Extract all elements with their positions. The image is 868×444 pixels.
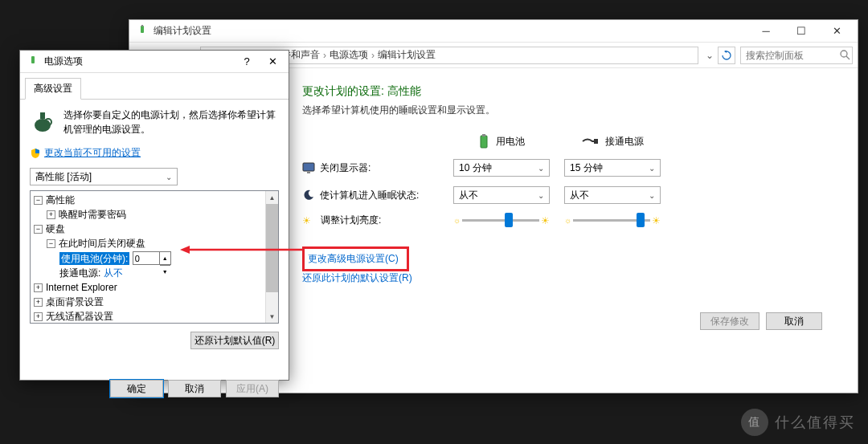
brightness-plugged-slider[interactable]: ☼ ☀ [564,215,661,226]
dialog-close-button[interactable]: ✕ [260,51,285,72]
display-off-plugged-select[interactable]: 15 分钟⌄ [564,159,661,177]
advanced-settings-highlight: 更改高级电源设置(C) [302,246,409,271]
tree-node-plugged[interactable]: 接通电源: 从不 [59,267,123,279]
tree-collapse-icon[interactable]: − [34,196,43,205]
svg-point-3 [841,51,847,57]
sun-icon: ☀ [302,215,311,226]
svg-rect-1 [141,25,143,26]
tree-node-hdd[interactable]: 硬盘 [46,222,65,235]
search-input[interactable] [740,47,853,64]
advanced-settings-link[interactable]: 更改高级电源设置(C) [308,252,399,266]
dialog-cancel-button[interactable]: 取消 [168,380,221,397]
help-button[interactable]: ? [234,51,260,72]
svg-rect-8 [303,163,314,171]
tree-collapse-icon[interactable]: − [47,239,55,248]
cancel-button[interactable]: 取消 [766,312,822,330]
moon-icon [302,189,315,202]
svg-rect-6 [482,134,485,136]
svg-rect-0 [141,26,144,33]
minutes-spinner[interactable]: ▲▼ [160,251,171,265]
address-dropdown[interactable]: ⌄ [703,50,716,61]
sun-small-icon: ☼ [453,216,461,225]
tree-node-hdd-off[interactable]: 在此时间后关闭硬盘 [59,237,145,250]
sleep-battery-select[interactable]: 从不⌄ [453,186,550,204]
tree-node-plan[interactable]: 高性能 [46,193,75,206]
tree-expand-icon[interactable]: + [34,298,43,307]
breadcrumb-item[interactable]: 编辑计划设置 [375,48,439,62]
plan-select[interactable]: 高性能 [活动]⌄ [30,168,178,185]
window-title: 编辑计划设置 [154,24,748,38]
close-button[interactable]: ✕ [819,20,854,43]
restore-defaults-link[interactable]: 还原此计划的默认设置(R) [302,271,412,285]
shield-icon [30,148,41,159]
sun-large-icon: ☀ [652,215,661,226]
refresh-button[interactable] [718,47,735,64]
page-title: 更改计划的设置: 高性能 [302,84,841,99]
watermark-logo: 值 [741,409,768,436]
save-button[interactable]: 保存修改 [700,312,760,330]
tree-expand-icon[interactable]: + [34,283,43,292]
tree-scrollbar[interactable]: ▲ ▼ [265,191,278,323]
tree-node-ie[interactable]: Internet Explorer [46,281,117,294]
restore-plan-defaults-button[interactable]: 还原计划默认值(R) [190,332,279,349]
dialog-titlebar: 电源选项 ? ✕ [20,51,289,73]
column-header-plugged: 接通电源 [564,135,661,149]
tab-advanced[interactable]: 高级设置 [25,78,81,100]
titlebar: 编辑计划设置 ─ ☐ ✕ [129,20,858,43]
tree-node-wireless[interactable]: 无线适配器设置 [46,310,113,323]
watermark: 值 什么值得买 [741,409,855,436]
brightness-battery-slider[interactable]: ☼ ☀ [453,215,550,226]
svg-rect-9 [307,172,310,173]
tree-node-battery-minutes[interactable]: 使用电池(分钟): [59,252,129,265]
svg-line-4 [846,56,850,59]
tree-collapse-icon[interactable]: − [34,225,43,234]
power-options-dialog: 电源选项 ? ✕ 高级设置 选择你要自定义的电源计划，然后选择你希望计算机管理的… [19,50,289,381]
page-subtitle: 选择希望计算机使用的睡眠设置和显示设置。 [302,104,841,117]
power-plan-icon [136,25,149,38]
tree-expand-icon[interactable]: + [47,210,55,219]
ok-button[interactable]: 确定 [110,380,163,397]
scroll-down-icon[interactable]: ▼ [266,310,278,323]
sun-small-icon: ☼ [564,216,571,225]
row-brightness: ☀ 调整计划亮度: [302,214,439,227]
row-display-off: 关闭显示器: [302,161,439,175]
svg-rect-5 [481,136,487,148]
spin-up-icon[interactable]: ▲ [160,252,170,266]
battery-icon [478,133,489,149]
battery-minutes-input[interactable] [133,251,160,265]
breadcrumb-item[interactable]: 电源选项 [326,48,371,62]
settings-tree[interactable]: −高性能 +唤醒时需要密码 −硬盘 −在此时间后关闭硬盘 使用电池(分钟): ▲… [30,190,279,324]
svg-rect-7 [594,139,598,144]
tab-strip: 高级设置 [20,73,289,100]
apply-button[interactable]: 应用(A) [226,380,279,397]
scrollbar-thumb[interactable] [266,204,278,292]
search-icon [839,49,850,63]
row-sleep: 使计算机进入睡眠状态: [302,189,439,202]
change-unavailable-link[interactable]: 更改当前不可用的设置 [44,146,141,160]
tree-node-wake-password[interactable]: 唤醒时需要密码 [59,208,126,221]
refresh-icon [722,51,731,60]
sleep-plugged-select[interactable]: 从不⌄ [564,186,661,204]
tree-node-desktop-bg[interactable]: 桌面背景设置 [46,295,104,308]
svg-rect-10 [31,56,35,63]
svg-rect-12 [40,112,45,119]
dialog-title: 电源选项 [44,55,234,68]
dialog-description: 选择你要自定义的电源计划，然后选择你希望计算机管理的电源设置。 [63,108,279,136]
minimize-button[interactable]: ─ [748,20,784,43]
monitor-icon [302,161,315,174]
power-plan-large-icon [30,108,55,133]
tree-expand-icon[interactable]: + [34,312,43,321]
maximize-button[interactable]: ☐ [784,20,819,43]
column-header-battery: 用电池 [453,133,550,149]
sun-large-icon: ☀ [541,215,550,226]
power-plan-icon [27,55,39,68]
plug-icon [581,136,599,147]
spin-down-icon[interactable]: ▼ [160,266,170,279]
scroll-up-icon[interactable]: ▲ [266,191,278,204]
display-off-battery-select[interactable]: 10 分钟⌄ [453,159,550,177]
